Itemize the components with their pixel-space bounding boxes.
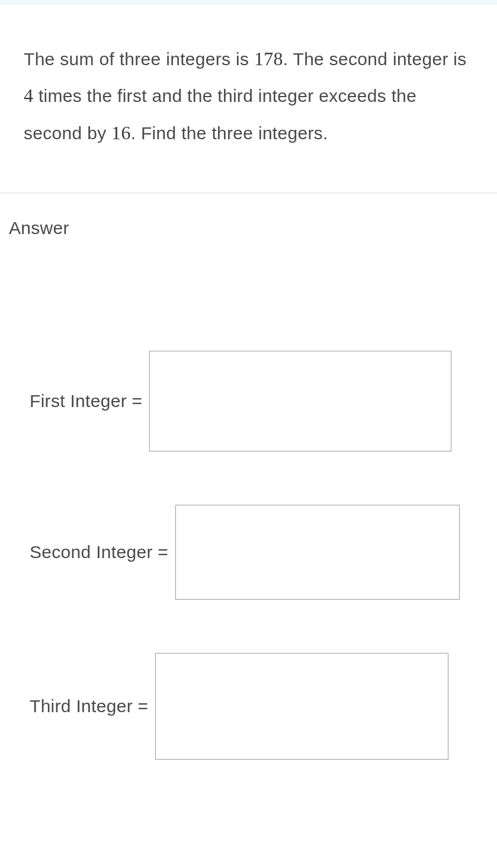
question-text: The sum of three integers is 178. The se… [24,40,473,151]
question-number-1: 178 [254,48,283,69]
answer-heading: Answer [9,218,488,238]
third-integer-label: Third Integer = [30,696,148,716]
second-integer-input[interactable] [175,505,460,600]
question-part-4: . Find the three integers. [131,123,328,143]
question-number-2: 4 [24,85,33,106]
second-integer-label: Second Integer = [30,542,168,562]
top-accent-bar [0,0,497,5]
question-part-1: The sum of three integers is [24,49,254,69]
third-integer-row: Third Integer = [9,653,488,760]
question-part-2: . The second integer is [283,49,467,69]
answer-section: Answer First Integer = Second Integer = … [0,193,497,783]
first-integer-label: First Integer = [30,391,142,411]
second-integer-row: Second Integer = [9,505,488,600]
question-section: The sum of three integers is 178. The se… [0,5,497,193]
third-integer-input[interactable] [155,653,448,760]
first-integer-input[interactable] [149,351,451,451]
first-integer-row: First Integer = [9,351,488,451]
question-number-3: 16 [111,122,131,143]
